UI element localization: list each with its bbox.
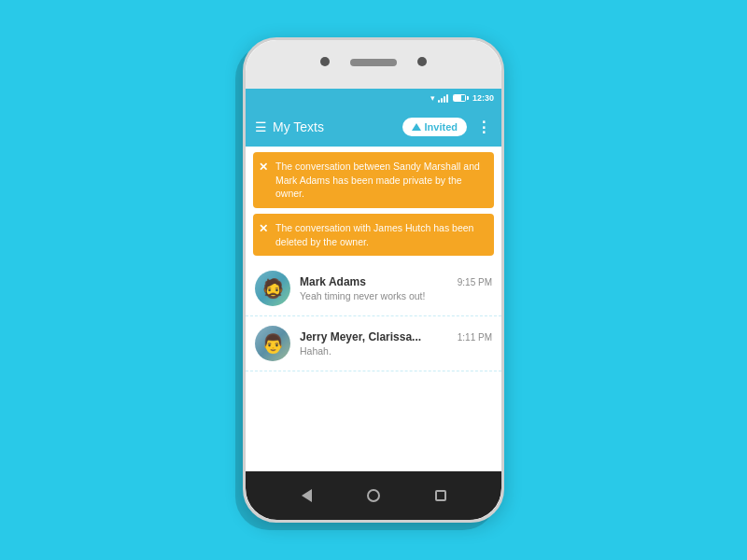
bottom-nav-bar bbox=[246, 471, 501, 520]
battery-icon bbox=[453, 94, 466, 102]
phone-screen: ▾ 12:30 ☰ My Texts Invited ⋮ bbox=[246, 89, 501, 471]
invite-triangle-icon bbox=[412, 123, 421, 131]
notification-2-text: The conversation with James Hutch has be… bbox=[275, 221, 486, 248]
conversation-item-mark[interactable]: 🧔 Mark Adams 9:15 PM Yeah timing never w… bbox=[246, 261, 501, 316]
top-bezel bbox=[246, 40, 501, 89]
notification-banner-2: ✕ The conversation with James Hutch has … bbox=[253, 214, 494, 256]
avatar-jerry: 👨 bbox=[255, 326, 290, 361]
more-options-icon[interactable]: ⋮ bbox=[476, 119, 492, 136]
app-title: My Texts bbox=[273, 119, 397, 134]
battery-fill bbox=[454, 95, 461, 101]
conversation-time-mark: 9:15 PM bbox=[458, 277, 492, 287]
conversation-time-jerry: 1:11 PM bbox=[458, 332, 492, 343]
app-header: ☰ My Texts Invited ⋮ bbox=[246, 107, 501, 147]
recents-nav-icon bbox=[435, 490, 446, 501]
back-nav-icon bbox=[302, 489, 312, 502]
signal-icon bbox=[438, 93, 448, 103]
home-nav-button[interactable] bbox=[367, 489, 380, 502]
invited-label: Invited bbox=[425, 121, 458, 133]
invited-button[interactable]: Invited bbox=[402, 118, 467, 136]
close-notification-2-icon[interactable]: ✕ bbox=[259, 222, 268, 235]
conversation-info-jerry: Jerry Meyer, Clarissa... 1:11 PM Hahah. bbox=[300, 330, 492, 357]
front-camera-left bbox=[320, 57, 330, 66]
signal-bar-2 bbox=[441, 98, 443, 103]
signal-bar-4 bbox=[446, 94, 448, 103]
conversation-name-mark: Mark Adams bbox=[300, 275, 366, 288]
notification-1-text: The conversation between Sandy Marshall … bbox=[275, 160, 486, 201]
conversation-item-jerry[interactable]: 👨 Jerry Meyer, Clarissa... 1:11 PM Hahah… bbox=[246, 316, 501, 371]
content-area: ✕ The conversation between Sandy Marshal… bbox=[246, 147, 501, 471]
conversation-name-jerry: Jerry Meyer, Clarissa... bbox=[300, 330, 421, 343]
conversation-top-jerry: Jerry Meyer, Clarissa... 1:11 PM bbox=[300, 330, 492, 343]
back-nav-button[interactable] bbox=[302, 489, 312, 502]
status-time: 12:30 bbox=[472, 93, 494, 103]
conversation-info-mark: Mark Adams 9:15 PM Yeah timing never wor… bbox=[300, 275, 492, 301]
power-button bbox=[501, 152, 504, 180]
avatar-mark-image: 🧔 bbox=[261, 277, 285, 300]
phone-device: ▾ 12:30 ☰ My Texts Invited ⋮ bbox=[243, 37, 504, 523]
signal-bar-3 bbox=[444, 96, 445, 103]
signal-bar-1 bbox=[438, 100, 440, 103]
wifi-icon: ▾ bbox=[430, 93, 435, 103]
volume-up-button bbox=[243, 143, 246, 163]
status-icons: ▾ 12:30 bbox=[430, 93, 494, 103]
conversation-preview-mark: Yeah timing never works out! bbox=[300, 290, 492, 301]
menu-icon[interactable]: ☰ bbox=[255, 119, 267, 134]
close-notification-1-icon[interactable]: ✕ bbox=[259, 161, 268, 174]
avatar-jerry-image: 👨 bbox=[261, 332, 285, 355]
home-nav-icon bbox=[367, 489, 380, 502]
earpiece-speaker bbox=[350, 59, 397, 66]
volume-down-button bbox=[243, 175, 246, 196]
front-camera-right bbox=[417, 57, 427, 66]
avatar-mark: 🧔 bbox=[255, 271, 290, 306]
conversation-preview-jerry: Hahah. bbox=[300, 345, 492, 357]
recents-nav-button[interactable] bbox=[435, 490, 446, 501]
status-bar: ▾ 12:30 bbox=[246, 89, 501, 107]
notification-banner-1: ✕ The conversation between Sandy Marshal… bbox=[253, 152, 494, 208]
conversation-top-mark: Mark Adams 9:15 PM bbox=[300, 275, 492, 288]
